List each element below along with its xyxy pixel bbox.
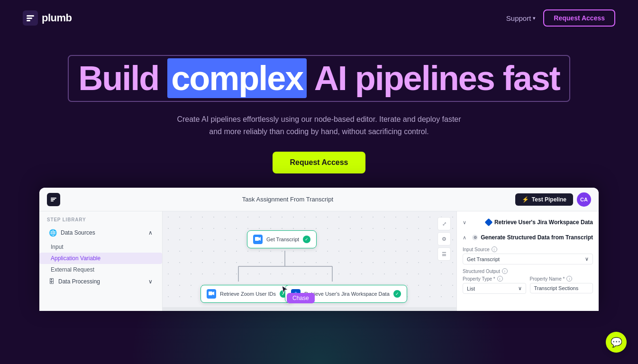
get-transcript-node[interactable]: Get Transcript ✓ [247,230,317,248]
sidebar-item-input[interactable]: Input [39,241,162,253]
data-sources-label: Data Sources [61,229,95,236]
panel-jira-toggle[interactable]: ∨ [463,219,466,226]
property-name-info-icon: i [566,276,572,282]
plumb-logo-icon [23,10,38,26]
svg-rect-3 [27,20,30,21]
app-logo-icon [47,193,60,206]
canvas-tools: ⤢ ⚙ ☰ [437,217,451,261]
database-icon: 🗄 [49,278,55,285]
property-name-input[interactable]: Transcript Sections [530,283,593,293]
svg-rect-5 [51,199,55,200]
input-source-value: Get Transcript [467,256,500,262]
panel-generate-label: Generate Structured Data from Transcript [481,234,593,241]
test-pipeline-label: Test Pipeline [532,196,566,203]
svg-rect-6 [51,200,54,201]
property-type-chevron-icon: ∨ [518,285,522,291]
hero-title: Build complex AI pipelines fast [78,60,560,97]
data-processing-label: Data Processing [58,278,100,285]
input-source-label: Input Source i [463,246,593,252]
input-source-info-icon: i [492,246,497,252]
zoom-icon-transcript [253,235,263,244]
svg-rect-4 [51,198,56,199]
panel-generate-title: ⚙ Generate Structured Data from Transcri… [472,234,593,241]
jira-panel-icon [484,218,492,227]
nav-request-access-button[interactable]: Request Access [543,9,615,27]
settings-tool[interactable]: ⚙ [437,232,451,246]
sidebar-data-processing-header[interactable]: 🗄 Data Processing ∨ [45,275,156,288]
panel-section-jira: ∨ Retrieve User's Jira Workspace Data [463,217,593,228]
sidebar-item-external-request[interactable]: External Request [39,264,162,275]
app-header-right: ⚡ Test Pipeline CA [515,192,591,207]
property-name-col: Property Name * i Transcript Sections [530,276,593,294]
logo-text: plumb [42,12,72,24]
logo: plumb [23,10,72,26]
structured-output-text: Structured Output [463,269,500,274]
property-type-select[interactable]: List ∨ [463,283,526,294]
retrieve-jira-label: Retrieve User's Jira Workspace Data [304,291,390,297]
hero-request-access-button[interactable]: Request Access [273,152,365,173]
list-tool[interactable]: ☰ [437,247,451,261]
property-name-text: Property Name * [530,276,565,282]
property-type-col: Property Type * i List ∨ [463,276,526,294]
svg-rect-12 [255,237,259,241]
svg-rect-1 [27,15,34,17]
sidebar-item-application-variable[interactable]: Application Variable [39,253,162,264]
retrieve-jira-check: ✓ [393,290,401,298]
test-pipeline-button[interactable]: ⚡ Test Pipeline [515,193,573,206]
hero-subtitle: Create AI pipelines effortlessly using o… [172,113,466,137]
panel-generate-toggle[interactable]: ∧ [463,235,466,241]
property-name-label: Property Name * i [530,276,593,282]
svg-marker-13 [259,237,261,241]
property-type-label: Property Type * i [463,276,526,282]
property-cols: Property Type * i List ∨ Property Name *… [463,276,593,294]
tooltip-chase: Chase [287,293,315,303]
structured-output-group: Structured Output i Property Type * i Li… [463,268,593,294]
property-type-info-icon: i [497,276,503,282]
chat-icon: 💬 [611,337,622,348]
section-left-dp: 🗄 Data Processing [49,278,100,285]
input-source-text: Input Source [463,247,490,252]
support-label: Support [506,14,531,22]
support-button[interactable]: Support ▾ [506,14,536,22]
hero-section: Build complex AI pipelines fast Create A… [0,36,638,188]
user-avatar: CA [577,192,591,207]
structured-output-info-icon: i [502,268,508,274]
retrieve-zoom-node[interactable]: Retrieve Zoom User IDs ✓ [201,285,293,303]
step-library-label: STEP LIBRARY [39,217,162,226]
sidebar-data-sources-header[interactable]: 🌐 Data Sources ∧ [45,226,156,239]
sidebar-data-sources-section: 🌐 Data Sources ∧ [39,226,162,239]
select-chevron-icon: ∨ [585,256,589,262]
property-type-value: List [467,286,475,291]
panel-jira-title: Retrieve User's Jira Workspace Data [486,219,593,226]
get-transcript-check: ✓ [303,236,310,243]
app-canvas[interactable]: Get Transcript ✓ Retrieve Zoom User IDs … [163,211,456,311]
globe-icon: 🌐 [49,229,57,237]
panel-generate-row: ∧ ⚙ Generate Structured Data from Transc… [463,232,593,243]
scrollbar[interactable] [163,307,456,311]
retrieve-zoom-label: Retrieve Zoom User IDs [220,291,276,297]
zoom-icon [207,289,216,299]
sidebar-data-processing-section[interactable]: 🗄 Data Processing ∨ [39,275,162,288]
hero-title-part1: Build [78,59,167,97]
expand-tool[interactable]: ⤢ [437,217,451,230]
navbar: plumb Support ▾ Request Access [0,0,638,36]
chat-bubble[interactable]: 💬 [606,332,627,353]
chevron-up-icon: ∧ [148,229,153,236]
structured-output-label: Structured Output i [463,268,593,274]
svg-rect-14 [209,291,212,295]
svg-marker-15 [212,291,214,295]
chevron-down-icon: ▾ [533,15,536,21]
app-title: Task Assignment From Transcript [242,196,333,203]
input-source-select[interactable]: Get Transcript ∨ [463,254,593,264]
hero-title-part2: AI pipelines fast [307,59,559,97]
panel-section-generate: ∧ ⚙ Generate Structured Data from Transc… [463,232,593,294]
gear-panel-icon: ⚙ [472,235,478,240]
svg-rect-2 [27,18,32,19]
app-screenshot: Task Assignment From Transcript ⚡ Test P… [39,188,599,311]
section-left: 🌐 Data Sources [49,229,95,237]
chevron-down-icon-dp: ∨ [148,278,153,285]
get-transcript-label: Get Transcript [266,237,299,242]
nav-right: Support ▾ Request Access [506,9,615,27]
app-header: Task Assignment From Transcript ⚡ Test P… [39,188,599,211]
panel-jira-row: ∨ Retrieve User's Jira Workspace Data [463,217,593,228]
